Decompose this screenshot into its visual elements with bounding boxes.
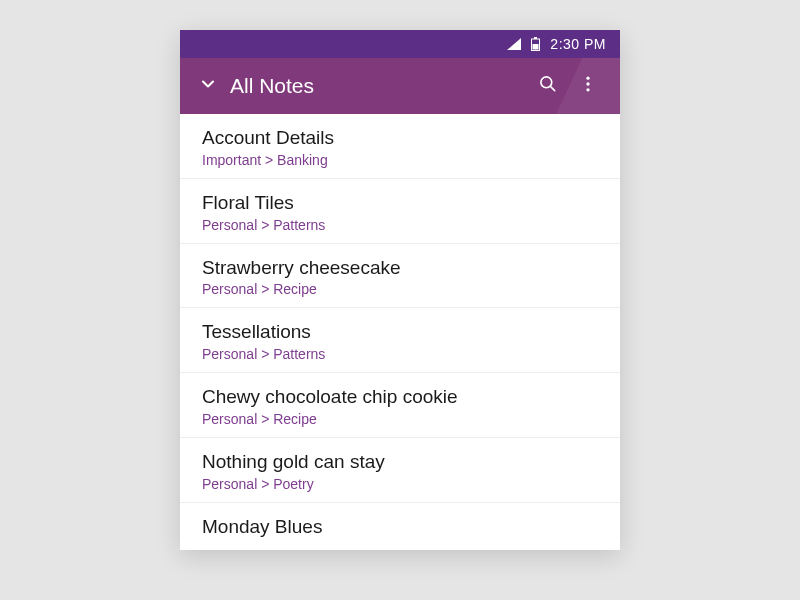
battery-icon — [531, 37, 540, 51]
note-title: Strawberry cheesecake — [202, 256, 598, 280]
note-row[interactable]: Monday Blues — [180, 503, 620, 551]
app-bar: All Notes — [180, 58, 620, 114]
phone-frame: 2:30 PM All Notes Account Details Import… — [180, 30, 620, 550]
note-title: Nothing gold can stay — [202, 450, 598, 474]
note-title: Account Details — [202, 126, 598, 150]
note-title: Floral Tiles — [202, 191, 598, 215]
note-path: Personal > Recipe — [202, 281, 598, 297]
svg-line-4 — [551, 87, 555, 91]
note-row[interactable]: Strawberry cheesecake Personal > Recipe — [180, 244, 620, 309]
note-row[interactable]: Account Details Important > Banking — [180, 114, 620, 179]
note-title: Monday Blues — [202, 515, 598, 539]
more-vert-icon — [578, 74, 598, 98]
status-bar: 2:30 PM — [180, 30, 620, 58]
note-row[interactable]: Floral Tiles Personal > Patterns — [180, 179, 620, 244]
note-title: Tessellations — [202, 320, 598, 344]
note-path: Personal > Poetry — [202, 476, 598, 492]
search-button[interactable] — [528, 66, 568, 106]
appbar-title: All Notes — [230, 74, 528, 98]
note-path: Personal > Patterns — [202, 217, 598, 233]
overflow-menu-button[interactable] — [568, 66, 608, 106]
note-path: Important > Banking — [202, 152, 598, 168]
note-row[interactable]: Tessellations Personal > Patterns — [180, 308, 620, 373]
status-time: 2:30 PM — [550, 36, 606, 52]
svg-point-7 — [586, 88, 589, 91]
dropdown-toggle[interactable] — [192, 70, 224, 102]
svg-rect-2 — [533, 44, 539, 50]
note-title: Chewy chocoloate chip cookie — [202, 385, 598, 409]
note-row[interactable]: Chewy chocoloate chip cookie Personal > … — [180, 373, 620, 438]
signal-icon — [507, 38, 521, 50]
note-row[interactable]: Nothing gold can stay Personal > Poetry — [180, 438, 620, 503]
svg-point-6 — [586, 82, 589, 85]
chevron-down-icon — [198, 74, 218, 98]
note-path: Personal > Recipe — [202, 411, 598, 427]
note-path: Personal > Patterns — [202, 346, 598, 362]
search-icon — [538, 74, 558, 98]
svg-point-5 — [586, 77, 589, 80]
notes-list: Account Details Important > Banking Flor… — [180, 114, 620, 550]
